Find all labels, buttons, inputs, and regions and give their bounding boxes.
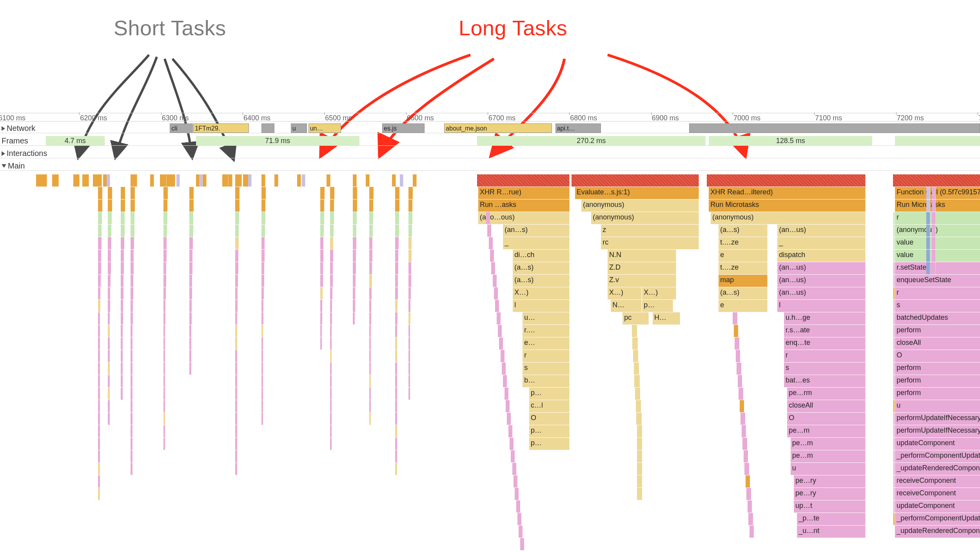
flame-segment[interactable] <box>408 362 410 375</box>
flame-segment[interactable] <box>408 287 411 299</box>
flame-segment[interactable] <box>131 287 133 299</box>
flame-segment[interactable] <box>408 237 412 249</box>
flame-segment[interactable] <box>926 250 930 262</box>
flame-segment[interactable] <box>330 388 332 400</box>
flame-segment[interactable] <box>131 250 134 262</box>
flame-segment[interactable]: receiveComponent <box>895 488 980 500</box>
flame-segment[interactable] <box>163 325 165 337</box>
flame-segment[interactable] <box>235 212 239 224</box>
flame-segment[interactable] <box>163 275 166 287</box>
flame-segment[interactable] <box>121 262 124 274</box>
flame-segment[interactable] <box>320 275 323 287</box>
flame-segment[interactable]: (anonymous) <box>581 199 699 212</box>
flame-segment[interactable] <box>98 225 102 237</box>
flame-segment[interactable] <box>131 375 132 387</box>
flame-segment[interactable] <box>107 174 110 187</box>
flame-segment[interactable] <box>320 225 324 237</box>
flame-segment[interactable] <box>320 312 322 324</box>
network-item[interactable]: about_me.json <box>444 123 552 133</box>
flame-segment[interactable] <box>369 287 372 299</box>
flame-segment[interactable] <box>108 212 112 224</box>
flame-segment[interactable] <box>163 388 165 400</box>
flame-segment[interactable] <box>189 212 193 224</box>
flame-segment[interactable] <box>121 312 123 324</box>
flame-segment[interactable] <box>131 300 133 312</box>
flame-segment[interactable] <box>330 413 332 425</box>
flame-segment[interactable] <box>261 237 265 249</box>
flame-segment[interactable] <box>98 325 100 337</box>
flame-segment[interactable]: performUpdateIfNecessary <box>895 425 980 437</box>
flame-segment[interactable] <box>235 237 239 249</box>
flame-segment[interactable] <box>131 438 132 450</box>
flame-segment[interactable]: Run Microtasks <box>709 199 866 212</box>
flame-segment[interactable] <box>408 250 412 262</box>
flame-segment[interactable] <box>261 187 266 199</box>
flame-segment[interactable]: (anonymous) <box>591 212 699 224</box>
flame-segment[interactable] <box>163 287 166 299</box>
flame-segment[interactable] <box>369 388 371 400</box>
flame-segment[interactable]: X…) <box>513 287 570 299</box>
flame-segment[interactable] <box>163 212 167 224</box>
flame-segment[interactable] <box>320 337 322 350</box>
flame-segment[interactable]: b… <box>523 375 570 387</box>
flame-segment[interactable] <box>408 325 410 337</box>
flame-segment[interactable] <box>163 350 165 362</box>
flame-segment[interactable] <box>222 174 229 187</box>
flame-segment[interactable] <box>189 262 192 274</box>
flame-segment[interactable]: Z.D <box>608 262 676 274</box>
flame-segment[interactable] <box>330 300 332 312</box>
flame-segment[interactable] <box>395 350 397 362</box>
flame-segment[interactable] <box>395 287 397 299</box>
flame-segment[interactable] <box>369 312 371 324</box>
flame-segment[interactable] <box>108 187 112 199</box>
flame-segment[interactable] <box>707 174 866 187</box>
flame-segment[interactable] <box>330 438 332 450</box>
flame-segment[interactable]: perform <box>895 362 980 375</box>
flame-segment[interactable] <box>320 250 323 262</box>
frame-bar[interactable]: 4.7 ms <box>46 136 105 145</box>
network-item[interactable]: api.t… <box>555 123 601 133</box>
flame-segment[interactable] <box>98 463 100 475</box>
flame-segment[interactable] <box>163 262 167 274</box>
flame-segment[interactable] <box>131 225 134 237</box>
flame-segment[interactable]: updateComponent <box>895 500 980 513</box>
flame-segment[interactable] <box>98 237 102 249</box>
flame-segment[interactable]: pe…ry <box>794 488 866 500</box>
flame-segment[interactable] <box>108 337 110 350</box>
flame-segment[interactable] <box>369 350 371 362</box>
frame-bar[interactable]: 537.6 ms <box>895 136 980 145</box>
flame-segment[interactable] <box>932 225 936 237</box>
flame-segment[interactable]: Function Call (0.5f7c99157096ec64.js:12) <box>895 187 980 199</box>
flame-segment[interactable]: bat…es <box>784 375 866 387</box>
flame-segment[interactable] <box>189 337 191 350</box>
flame-segment[interactable] <box>330 337 332 350</box>
flame-segment[interactable] <box>353 250 356 262</box>
flame-segment[interactable] <box>395 375 397 387</box>
interactions-label[interactable]: Interactions <box>2 149 47 158</box>
flame-segment[interactable]: (an…us) <box>777 275 866 287</box>
flame-segment[interactable]: (an…us) <box>777 262 866 274</box>
flame-segment[interactable] <box>395 362 397 375</box>
flame-segment[interactable]: e <box>719 250 768 262</box>
flame-segment[interactable] <box>121 225 124 237</box>
flame-segment[interactable] <box>131 350 132 362</box>
flame-segment[interactable]: (a…s) <box>513 275 570 287</box>
flame-segment[interactable] <box>330 275 333 287</box>
network-item[interactable]: 1FTm29. <box>193 123 249 133</box>
flame-segment[interactable] <box>121 287 123 299</box>
flame-segment[interactable]: perform <box>895 375 980 387</box>
flame-segment[interactable] <box>395 325 397 337</box>
flame-segment[interactable]: pe…rm <box>787 388 866 400</box>
flame-segment[interactable] <box>235 287 238 299</box>
flame-segment[interactable] <box>131 413 132 425</box>
flame-segment[interactable]: _updateRenderedComponent <box>895 526 980 538</box>
flame-segment[interactable] <box>189 237 193 249</box>
network-item[interactable]: cli <box>170 123 192 133</box>
flame-segment[interactable] <box>408 275 411 287</box>
flame-segment[interactable] <box>932 199 936 212</box>
flame-segment[interactable] <box>297 174 301 187</box>
flame-segment[interactable]: pc <box>622 312 649 324</box>
network-item[interactable] <box>689 123 980 133</box>
flame-segment[interactable] <box>353 199 357 212</box>
flame-segment[interactable] <box>235 337 237 350</box>
